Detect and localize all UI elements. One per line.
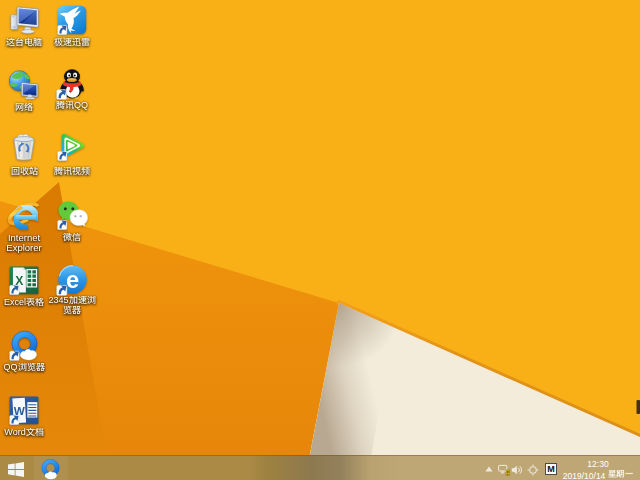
svg-text:e: e — [66, 267, 79, 293]
